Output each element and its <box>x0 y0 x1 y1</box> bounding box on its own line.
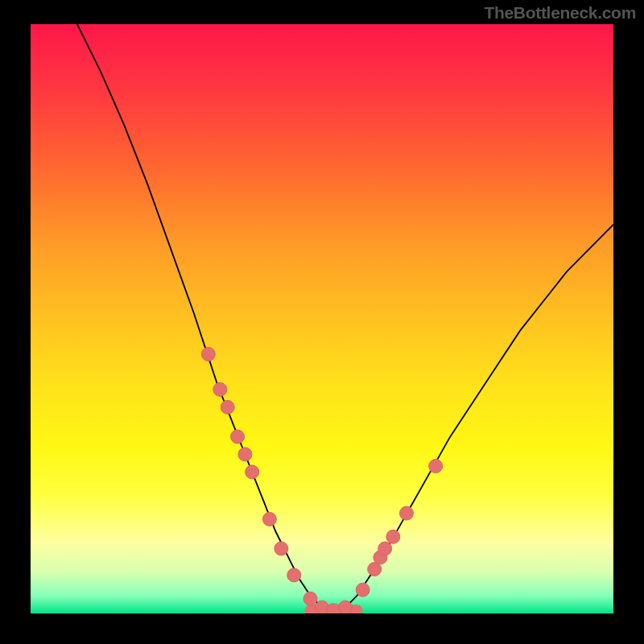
marker-dot <box>378 542 392 555</box>
marker-dot <box>213 382 227 396</box>
marker-dot <box>303 592 317 605</box>
marker-dot <box>287 568 301 582</box>
chart-container: TheBottleneck.com <box>0 0 644 644</box>
marker-dot <box>246 465 259 479</box>
marker-dot <box>262 512 276 526</box>
marker-dot <box>231 430 245 444</box>
marker-dot <box>201 347 215 361</box>
marker-dot <box>386 530 400 543</box>
bottleneck-curve <box>77 24 613 613</box>
marker-dot <box>238 448 252 461</box>
plot-area <box>31 24 613 613</box>
marker-dot <box>399 506 413 520</box>
marker-dots <box>201 347 442 613</box>
marker-dot <box>338 601 352 613</box>
marker-dot <box>275 542 288 555</box>
plot-svg <box>31 24 613 613</box>
watermark-text: TheBottleneck.com <box>484 3 636 23</box>
marker-dot <box>356 583 369 597</box>
marker-dot <box>221 400 234 414</box>
marker-dot <box>429 460 443 473</box>
